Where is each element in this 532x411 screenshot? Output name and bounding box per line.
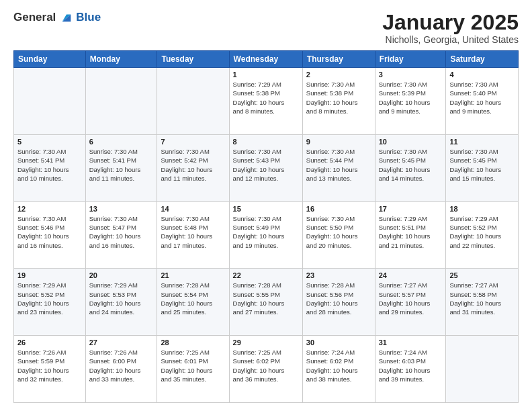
calendar-cell: 29Sunrise: 7:25 AM Sunset: 6:02 PM Dayli… — [229, 336, 302, 403]
day-number: 7 — [161, 138, 225, 146]
calendar-cell: 30Sunrise: 7:24 AM Sunset: 6:02 PM Dayli… — [302, 336, 375, 403]
day-number: 18 — [449, 205, 515, 213]
calendar-cell: 18Sunrise: 7:29 AM Sunset: 5:52 PM Dayli… — [446, 201, 519, 269]
calendar-cell: 12Sunrise: 7:30 AM Sunset: 5:46 PM Dayli… — [14, 201, 86, 269]
calendar-cell: 10Sunrise: 7:30 AM Sunset: 5:45 PM Dayli… — [375, 134, 446, 201]
day-info: Sunrise: 7:30 AM Sunset: 5:45 PM Dayligh… — [449, 147, 515, 183]
calendar-cell: 27Sunrise: 7:26 AM Sunset: 6:00 PM Dayli… — [85, 336, 157, 403]
calendar-table: Sunday Monday Tuesday Wednesday Thursday… — [13, 50, 519, 403]
day-number: 13 — [89, 205, 154, 213]
day-info: Sunrise: 7:24 AM Sunset: 6:03 PM Dayligh… — [379, 348, 443, 383]
day-info: Sunrise: 7:25 AM Sunset: 6:01 PM Dayligh… — [161, 348, 225, 383]
day-number: 14 — [161, 205, 225, 213]
day-info: Sunrise: 7:30 AM Sunset: 5:39 PM Dayligh… — [379, 80, 443, 116]
calendar-cell: 19Sunrise: 7:29 AM Sunset: 5:52 PM Dayli… — [14, 269, 86, 336]
day-info: Sunrise: 7:27 AM Sunset: 5:57 PM Dayligh… — [379, 281, 443, 316]
day-info: Sunrise: 7:30 AM Sunset: 5:48 PM Dayligh… — [161, 214, 225, 250]
calendar-cell — [157, 68, 229, 135]
logo: General Blue — [13, 11, 101, 24]
day-number: 9 — [306, 138, 371, 146]
day-info: Sunrise: 7:30 AM Sunset: 5:50 PM Dayligh… — [306, 214, 371, 250]
calendar-cell: 22Sunrise: 7:28 AM Sunset: 5:55 PM Dayli… — [229, 269, 302, 336]
calendar-cell: 5Sunrise: 7:30 AM Sunset: 5:41 PM Daylig… — [14, 134, 86, 201]
calendar-cell: 31Sunrise: 7:24 AM Sunset: 6:03 PM Dayli… — [375, 336, 446, 403]
calendar-cell: 23Sunrise: 7:28 AM Sunset: 5:56 PM Dayli… — [302, 269, 375, 336]
day-number: 22 — [233, 271, 299, 279]
day-info: Sunrise: 7:26 AM Sunset: 6:00 PM Dayligh… — [89, 348, 154, 383]
calendar-cell: 11Sunrise: 7:30 AM Sunset: 5:45 PM Dayli… — [446, 134, 519, 201]
day-info: Sunrise: 7:30 AM Sunset: 5:41 PM Dayligh… — [17, 147, 82, 183]
col-friday: Friday — [375, 51, 446, 68]
logo-text-general: General — [13, 11, 56, 24]
day-number: 20 — [89, 271, 154, 279]
calendar-cell: 20Sunrise: 7:29 AM Sunset: 5:53 PM Dayli… — [85, 269, 157, 336]
day-number: 10 — [379, 138, 443, 146]
calendar-cell: 24Sunrise: 7:27 AM Sunset: 5:57 PM Dayli… — [375, 269, 446, 336]
day-info: Sunrise: 7:28 AM Sunset: 5:55 PM Dayligh… — [233, 281, 299, 316]
page-header: General Blue January 2025 Nicholls, Geor… — [13, 11, 519, 45]
day-info: Sunrise: 7:30 AM Sunset: 5:46 PM Dayligh… — [17, 214, 82, 250]
calendar-cell: 15Sunrise: 7:30 AM Sunset: 5:49 PM Dayli… — [229, 201, 302, 269]
day-info: Sunrise: 7:30 AM Sunset: 5:40 PM Dayligh… — [449, 80, 515, 116]
day-number: 25 — [449, 271, 515, 279]
day-number: 29 — [233, 338, 299, 347]
day-number: 19 — [17, 271, 82, 279]
table-row: 19Sunrise: 7:29 AM Sunset: 5:52 PM Dayli… — [14, 269, 519, 336]
title-block: January 2025 Nicholls, Georgia, United S… — [382, 11, 519, 45]
day-number: 3 — [379, 71, 443, 79]
day-info: Sunrise: 7:28 AM Sunset: 5:54 PM Dayligh… — [161, 281, 225, 316]
col-tuesday: Tuesday — [157, 51, 229, 68]
calendar-cell: 13Sunrise: 7:30 AM Sunset: 5:47 PM Dayli… — [85, 201, 157, 269]
day-info: Sunrise: 7:29 AM Sunset: 5:53 PM Dayligh… — [89, 281, 154, 316]
calendar-cell — [14, 68, 86, 135]
day-info: Sunrise: 7:29 AM Sunset: 5:51 PM Dayligh… — [379, 214, 443, 250]
day-number: 17 — [379, 205, 443, 213]
day-info: Sunrise: 7:26 AM Sunset: 5:59 PM Dayligh… — [17, 348, 82, 383]
day-number: 6 — [89, 138, 154, 146]
table-row: 26Sunrise: 7:26 AM Sunset: 5:59 PM Dayli… — [14, 336, 519, 403]
day-number: 30 — [306, 338, 371, 347]
calendar-cell — [85, 68, 157, 135]
day-number: 21 — [161, 271, 225, 279]
calendar-cell: 3Sunrise: 7:30 AM Sunset: 5:39 PM Daylig… — [375, 68, 446, 135]
calendar-title: January 2025 — [382, 11, 519, 34]
calendar-cell: 7Sunrise: 7:30 AM Sunset: 5:42 PM Daylig… — [157, 134, 229, 201]
col-saturday: Saturday — [446, 51, 519, 68]
col-sunday: Sunday — [14, 51, 86, 68]
calendar-cell — [446, 336, 519, 403]
day-number: 24 — [379, 271, 443, 279]
calendar-cell: 26Sunrise: 7:26 AM Sunset: 5:59 PM Dayli… — [14, 336, 86, 403]
day-info: Sunrise: 7:30 AM Sunset: 5:41 PM Dayligh… — [89, 147, 154, 183]
calendar-cell: 16Sunrise: 7:30 AM Sunset: 5:50 PM Dayli… — [302, 201, 375, 269]
day-info: Sunrise: 7:30 AM Sunset: 5:43 PM Dayligh… — [233, 147, 299, 183]
calendar-cell: 1Sunrise: 7:29 AM Sunset: 5:38 PM Daylig… — [229, 68, 302, 135]
day-info: Sunrise: 7:30 AM Sunset: 5:47 PM Dayligh… — [89, 214, 154, 250]
header-row: Sunday Monday Tuesday Wednesday Thursday… — [14, 51, 519, 68]
day-number: 8 — [233, 138, 299, 146]
calendar-subtitle: Nicholls, Georgia, United States — [382, 34, 519, 45]
day-info: Sunrise: 7:30 AM Sunset: 5:42 PM Dayligh… — [161, 147, 225, 183]
calendar-cell: 4Sunrise: 7:30 AM Sunset: 5:40 PM Daylig… — [446, 68, 519, 135]
calendar-cell: 9Sunrise: 7:30 AM Sunset: 5:44 PM Daylig… — [302, 134, 375, 201]
day-number: 27 — [89, 338, 154, 347]
day-info: Sunrise: 7:24 AM Sunset: 6:02 PM Dayligh… — [306, 348, 371, 383]
day-info: Sunrise: 7:30 AM Sunset: 5:38 PM Dayligh… — [306, 80, 371, 116]
day-info: Sunrise: 7:29 AM Sunset: 5:38 PM Dayligh… — [233, 80, 299, 116]
day-number: 26 — [17, 338, 82, 347]
day-info: Sunrise: 7:29 AM Sunset: 5:52 PM Dayligh… — [449, 214, 515, 250]
table-row: 1Sunrise: 7:29 AM Sunset: 5:38 PM Daylig… — [14, 68, 519, 135]
calendar-cell: 28Sunrise: 7:25 AM Sunset: 6:01 PM Dayli… — [157, 336, 229, 403]
calendar-page: General Blue January 2025 Nicholls, Geor… — [0, 0, 532, 411]
day-info: Sunrise: 7:28 AM Sunset: 5:56 PM Dayligh… — [306, 281, 371, 316]
col-wednesday: Wednesday — [229, 51, 302, 68]
day-number: 4 — [449, 71, 515, 79]
day-number: 2 — [306, 71, 371, 79]
day-number: 12 — [17, 205, 82, 213]
table-row: 5Sunrise: 7:30 AM Sunset: 5:41 PM Daylig… — [14, 134, 519, 201]
col-thursday: Thursday — [302, 51, 375, 68]
day-info: Sunrise: 7:30 AM Sunset: 5:45 PM Dayligh… — [379, 147, 443, 183]
calendar-cell: 14Sunrise: 7:30 AM Sunset: 5:48 PM Dayli… — [157, 201, 229, 269]
calendar-cell: 2Sunrise: 7:30 AM Sunset: 5:38 PM Daylig… — [302, 68, 375, 135]
day-info: Sunrise: 7:29 AM Sunset: 5:52 PM Dayligh… — [17, 281, 82, 316]
col-monday: Monday — [85, 51, 157, 68]
